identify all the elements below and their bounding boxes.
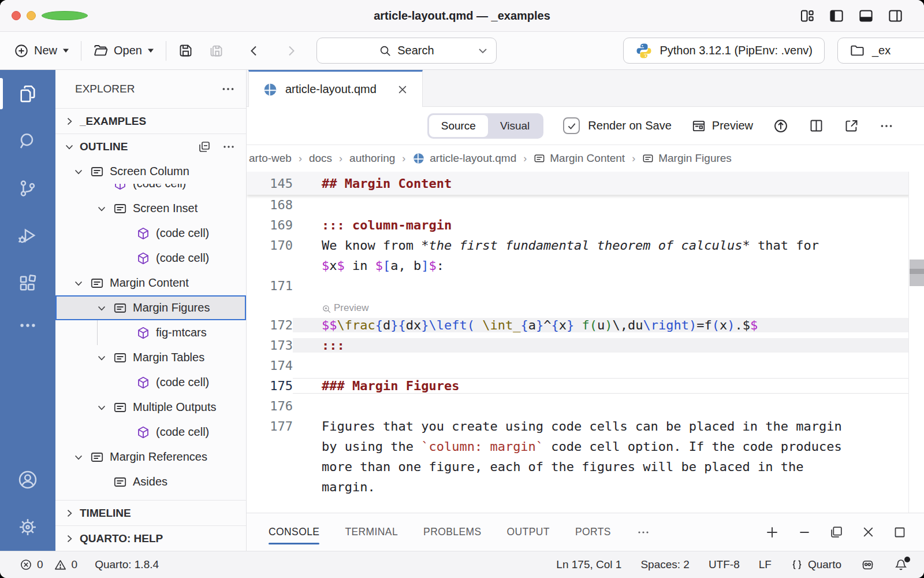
outline-item-margin-figures[interactable]: Margin Figures	[55, 295, 246, 320]
panel-tab-terminal[interactable]: TERMINAL	[345, 513, 398, 551]
collapse-all-icon[interactable]	[198, 140, 211, 154]
code-line-169[interactable]: 169::: column-margin	[247, 215, 924, 235]
cursor-position-status[interactable]: Ln 175, Col 1	[556, 558, 621, 571]
more-views-icon[interactable]	[0, 307, 55, 344]
navigate-forward-icon[interactable]	[284, 44, 298, 58]
section-timeline[interactable]: TIMELINE	[55, 500, 246, 525]
source-mode-button[interactable]: Source	[429, 115, 488, 137]
open-external-icon[interactable]	[844, 118, 859, 134]
code-line-174[interactable]: 174	[247, 355, 924, 376]
outline-item-asides[interactable]: Asides	[55, 469, 246, 494]
panel-minimize-icon[interactable]	[797, 525, 812, 540]
outline-item-screen-inset[interactable]: Screen Inset	[55, 196, 246, 221]
code-line-173[interactable]: 173:::	[247, 335, 924, 355]
explorer-view-icon[interactable]	[0, 70, 55, 117]
breadcrumb-item[interactable]: article-layout.qmd	[412, 152, 516, 165]
notifications-bell-icon[interactable]	[894, 558, 908, 572]
editor-scrollbar[interactable]	[908, 172, 924, 513]
code-line-wrap[interactable]: margin.	[247, 477, 924, 497]
codelens-preview[interactable]: Preview	[247, 296, 924, 315]
code-line-172[interactable]: 172$$\frac{d}{dx}\left( \int_{a}^{x} f(u…	[247, 315, 924, 335]
chevron-down-icon[interactable]	[90, 203, 113, 214]
outline-item--code-cell-[interactable]: (code cell)	[55, 370, 246, 395]
code-line-170[interactable]: 170We know from *the first fundamental t…	[247, 235, 924, 255]
toggle-secondary-sidebar-icon[interactable]	[888, 8, 903, 24]
chevron-down-icon[interactable]	[67, 451, 90, 463]
copilot-icon[interactable]	[860, 558, 875, 572]
panel-tab-console[interactable]: CONSOLE	[269, 513, 319, 551]
quarto-version-status[interactable]: Quarto: 1.8.4	[95, 558, 159, 571]
chevron-down-icon[interactable]	[478, 47, 488, 54]
chevron-down-icon[interactable]	[90, 352, 113, 364]
outline-item-multiple-outputs[interactable]: Multiple Outputs	[55, 395, 246, 420]
render-publish-icon[interactable]	[773, 118, 789, 134]
settings-gear-icon[interactable]	[0, 503, 55, 551]
outline-more-actions-icon[interactable]	[222, 140, 236, 154]
outline-item-margin-tables[interactable]: Margin Tables	[55, 345, 246, 370]
outline-item--code-cell-[interactable]: (code cell)	[55, 420, 246, 444]
indentation-status[interactable]: Spaces: 2	[640, 558, 690, 571]
code-editor[interactable]: 145 ## Margin Content 168169::: column-m…	[247, 172, 924, 513]
breadcrumb-item[interactable]: docs	[309, 152, 332, 165]
tab-article-layout[interactable]: article-layout.qmd	[248, 70, 423, 107]
encoding-status[interactable]: UTF-8	[709, 558, 740, 571]
section-examples[interactable]: _EXAMPLES	[55, 108, 246, 134]
account-icon[interactable]	[0, 456, 55, 503]
chevron-down-icon[interactable]	[67, 277, 90, 289]
panel-maximize-icon[interactable]	[893, 525, 907, 539]
workspace-folder-button[interactable]: _ex	[837, 38, 924, 64]
navigate-back-icon[interactable]	[247, 44, 261, 58]
section-quarto-help[interactable]: QUARTO: HELP	[55, 525, 246, 551]
python-interpreter-button[interactable]: Python 3.12.1 (PipEnv: .venv)	[623, 38, 825, 64]
eol-status[interactable]: LF	[759, 558, 772, 571]
source-control-view-icon[interactable]	[0, 165, 55, 212]
code-line-wrap[interactable]: by using the `column: margin` code cell …	[247, 436, 924, 457]
editor-more-actions-icon[interactable]	[879, 118, 894, 134]
extensions-view-icon[interactable]	[0, 260, 55, 307]
search-view-icon[interactable]	[0, 117, 55, 165]
explorer-more-actions-icon[interactable]	[221, 81, 236, 97]
code-line-wrap[interactable]: $x$ in $[a, b]$:	[247, 255, 924, 276]
code-line-177[interactable]: 177Figures that you create using code ce…	[247, 416, 924, 436]
save-all-icon[interactable]	[208, 43, 224, 58]
breadcrumb-item[interactable]: arto-web	[249, 152, 292, 165]
toggle-primary-sidebar-icon[interactable]	[829, 8, 844, 24]
open-button[interactable]: Open	[93, 43, 154, 58]
toggle-panel-icon[interactable]	[858, 8, 874, 24]
render-on-save-checkbox[interactable]	[563, 117, 580, 134]
breadcrumb-item[interactable]: Margin Figures	[642, 152, 732, 165]
outline-item--code-cell-[interactable]: (code cell)	[55, 221, 246, 246]
chevron-down-icon[interactable]	[90, 402, 113, 413]
chevron-down-icon[interactable]	[67, 166, 90, 177]
outline-item-fig-mtcars[interactable]: fig-mtcars	[55, 320, 246, 345]
panel-more-tabs-icon[interactable]	[636, 525, 650, 539]
outline-item--code-cell-[interactable]: (code cell)	[55, 184, 246, 196]
outline-item--code-cell-[interactable]: (code cell)	[55, 246, 246, 271]
breadcrumb-item[interactable]: Margin Content	[534, 152, 625, 165]
code-line-175[interactable]: 175### Margin Figures	[247, 376, 924, 396]
save-icon[interactable]	[178, 43, 193, 58]
outline-item-margin-references[interactable]: Margin References	[55, 444, 246, 469]
section-outline[interactable]: OUTLINE	[55, 134, 246, 159]
panel-tab-ports[interactable]: PORTS	[575, 513, 611, 551]
visual-mode-button[interactable]: Visual	[488, 115, 542, 137]
code-line-wrap[interactable]: more than one figure, each of the figure…	[247, 457, 924, 477]
breadcrumb-item[interactable]: authoring	[349, 152, 395, 165]
panel-restore-icon[interactable]	[829, 525, 844, 539]
panel-tab-output[interactable]: OUTPUT	[507, 513, 550, 551]
search-input[interactable]: Search	[316, 38, 497, 64]
panel-new-icon[interactable]	[765, 525, 780, 540]
panel-tab-problems[interactable]: PROBLEMS	[423, 513, 481, 551]
code-line-171[interactable]: 171	[247, 276, 924, 296]
outline-item-screen-column[interactable]: Screen Column	[55, 159, 246, 184]
panel-close-icon[interactable]	[861, 525, 875, 539]
preview-button[interactable]: Preview	[691, 118, 753, 134]
split-editor-icon[interactable]	[808, 118, 824, 134]
new-button[interactable]: New	[14, 43, 69, 58]
problems-status[interactable]: 0 0	[20, 558, 77, 572]
close-tab-icon[interactable]	[397, 84, 408, 95]
language-mode-status[interactable]: Quarto	[791, 558, 841, 571]
code-line-176[interactable]: 176	[247, 396, 924, 416]
sticky-scroll-line[interactable]: 145 ## Margin Content	[247, 172, 924, 195]
run-debug-view-icon[interactable]	[0, 212, 55, 260]
